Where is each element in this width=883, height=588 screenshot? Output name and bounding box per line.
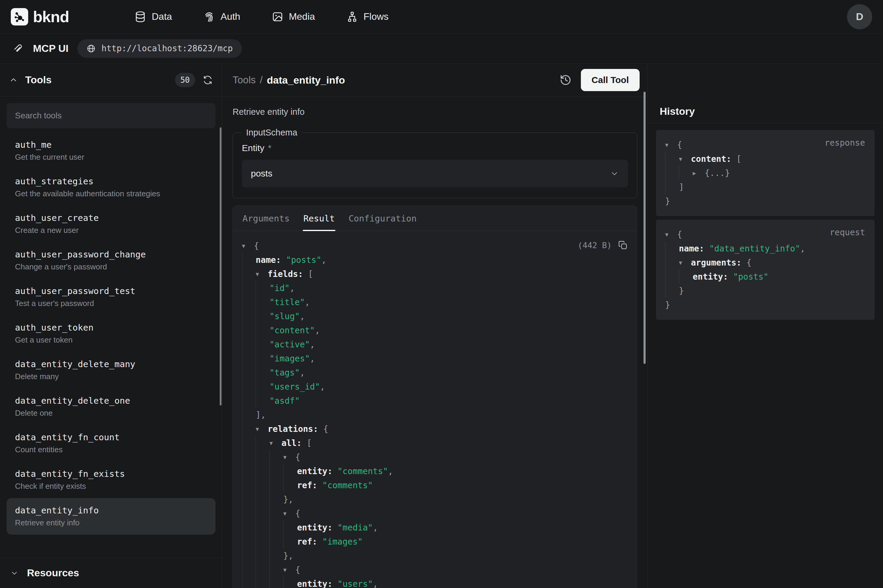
list-item[interactable]: auth_user_tokenGet a user token: [7, 315, 216, 352]
indent-guide: [242, 478, 256, 492]
caret-toggle-icon[interactable]: ▸: [693, 166, 705, 180]
indent-guide: [242, 380, 256, 394]
list-item[interactable]: data_entity_fn_countCount entities: [7, 425, 216, 462]
caret-toggle-icon[interactable]: ▾: [283, 450, 295, 464]
tool-description: Retrieve entity info: [15, 518, 207, 528]
nav-item-auth[interactable]: Auth: [203, 11, 240, 23]
tool-name: auth_user_password_change: [15, 249, 207, 260]
caret-toggle-icon[interactable]: ▾: [283, 563, 295, 577]
tab-arguments[interactable]: Arguments: [243, 206, 289, 231]
list-item[interactable]: data_entity_fn_existsCheck if entity exi…: [7, 462, 216, 498]
json-line: ▸{...}: [665, 166, 866, 180]
caret-toggle-icon[interactable]: ▾: [242, 239, 254, 253]
json-line: ref: "images": [242, 535, 628, 549]
list-item[interactable]: data_entity_infoRetrieve entity info: [7, 498, 216, 535]
indent-guide: [242, 436, 256, 450]
caret-toggle-icon[interactable]: ▾: [679, 256, 691, 270]
resources-section[interactable]: Resources: [0, 557, 222, 588]
tab-result[interactable]: Result: [303, 206, 335, 231]
caret-toggle-icon[interactable]: ▾: [256, 422, 268, 436]
indent-guide: [283, 478, 297, 492]
indent-guide: [242, 267, 256, 281]
refresh-tools-button[interactable]: [202, 75, 213, 86]
json-line: ref: "comments": [242, 478, 628, 492]
nav-item-media[interactable]: Media: [271, 11, 315, 23]
tools-sidebar: Tools 50 auth_meGet the current userauth…: [0, 63, 222, 588]
caret-toggle-icon[interactable]: ▾: [679, 152, 691, 166]
indent-guide: [256, 535, 270, 549]
json-line: "slug",: [242, 309, 628, 323]
indent-guide: [242, 253, 256, 267]
list-item[interactable]: auth_user_createCreate a new user: [7, 206, 216, 242]
json-line: ▾{: [242, 563, 628, 577]
history-entry-response[interactable]: response▾{▾content: [▸{...}]}: [656, 130, 875, 216]
nav-item-flows[interactable]: Flows: [346, 11, 389, 23]
json-line: ▾{: [242, 450, 628, 464]
sidebar-scrollbar-thumb[interactable]: [220, 128, 222, 405]
indent-guide: [242, 408, 256, 422]
json-line: ▾arguments: {: [665, 256, 866, 270]
json-line: "active",: [242, 338, 628, 351]
main-nav: Data Auth Media: [134, 11, 388, 23]
indent-guide: [242, 535, 256, 549]
json-line: ▾all: [: [242, 436, 628, 450]
json-line: "tags",: [242, 366, 628, 380]
caret-toggle-icon[interactable]: ▾: [665, 138, 677, 152]
main-panel: Tools / data_entity_info Call Tool Retri…: [222, 63, 648, 588]
tab-configuration[interactable]: Configuration: [349, 206, 417, 231]
indent-guide: [256, 338, 270, 351]
json-line: name: "data_entity_info",: [665, 242, 866, 256]
breadcrumb-separator: /: [260, 74, 262, 86]
json-line: "id",: [242, 281, 628, 295]
copy-icon: [618, 240, 628, 250]
json-line: entity: "comments",: [242, 464, 628, 478]
tool-description: Change a user's password: [15, 262, 207, 272]
indent-guide: [256, 295, 270, 309]
list-item[interactable]: auth_user_password_testTest a user's pas…: [7, 279, 216, 315]
json-line: "asdf": [242, 394, 628, 408]
main-scrollbar-thumb[interactable]: [643, 92, 646, 364]
list-item[interactable]: auth_user_password_changeChange a user's…: [7, 242, 216, 279]
list-item[interactable]: data_entity_delete_oneDelete one: [7, 388, 216, 425]
input-schema-legend: InputSchema: [242, 128, 301, 138]
tool-name: auth_me: [15, 140, 207, 150]
indent-guide: [679, 166, 693, 180]
tool-description: Check if entity exists: [15, 482, 207, 491]
mcp-url-pill[interactable]: http://localhost:28623/mcp: [77, 39, 241, 58]
indent-guide: [679, 270, 693, 284]
chevron-up-icon[interactable]: [9, 75, 18, 84]
caret-toggle-icon[interactable]: ▾: [283, 507, 295, 520]
chevron-down-icon: [10, 569, 19, 577]
tool-name: data_entity_info: [15, 505, 207, 516]
search-input[interactable]: [7, 103, 216, 128]
tool-name: data_entity_delete_many: [15, 359, 207, 369]
caret-toggle-icon[interactable]: ▾: [270, 436, 282, 450]
list-item[interactable]: auth_meGet the current user: [7, 132, 216, 169]
nav-label: Auth: [220, 11, 240, 22]
call-tool-button[interactable]: Call Tool: [581, 69, 640, 91]
indent-guide: [256, 450, 270, 464]
molecule-logo-icon: [13, 10, 26, 23]
tool-name: data_entity_delete_one: [15, 396, 207, 406]
fingerprint-icon: [203, 11, 215, 23]
list-item[interactable]: auth_strategiesGet the available authent…: [7, 169, 216, 206]
result-size: (442 B): [577, 241, 612, 250]
brand-name[interactable]: bknd: [33, 8, 69, 26]
caret-toggle-icon[interactable]: ▾: [665, 228, 677, 242]
tool-name: auth_user_token: [15, 322, 207, 333]
copy-button[interactable]: [618, 240, 628, 250]
user-avatar[interactable]: D: [847, 4, 872, 29]
entity-select-value: posts: [251, 168, 273, 178]
history-entry-request[interactable]: request▾{name: "data_entity_info",▾argum…: [656, 220, 875, 320]
bknd-logo[interactable]: [11, 8, 28, 26]
tool-name: auth_strategies: [15, 176, 207, 186]
history-toggle-button[interactable]: [559, 74, 572, 86]
main-layout: Tools 50 auth_meGet the current userauth…: [0, 63, 883, 588]
nav-item-data[interactable]: Data: [134, 11, 172, 23]
breadcrumb-section[interactable]: Tools: [232, 74, 256, 86]
caret-toggle-icon[interactable]: ▾: [256, 267, 268, 281]
list-item[interactable]: data_entity_delete_manyDelete many: [7, 352, 216, 388]
entity-select[interactable]: posts: [242, 160, 628, 187]
tool-name: auth_user_create: [15, 213, 207, 223]
indent-guide: [242, 351, 256, 366]
